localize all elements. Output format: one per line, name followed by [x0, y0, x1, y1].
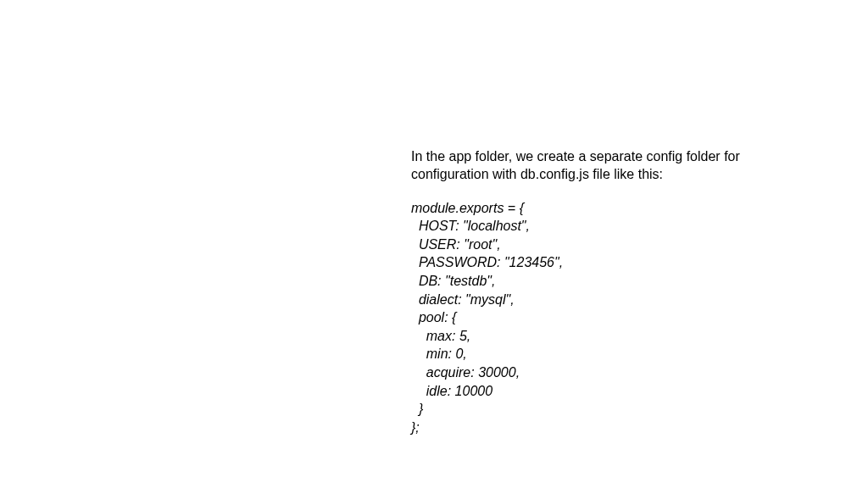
code-block: module.exports = { HOST: "localhost", US…	[411, 199, 818, 437]
intro-paragraph: In the app folder, we create a separate …	[411, 148, 818, 184]
slide-content: In the app folder, we create a separate …	[411, 148, 818, 436]
